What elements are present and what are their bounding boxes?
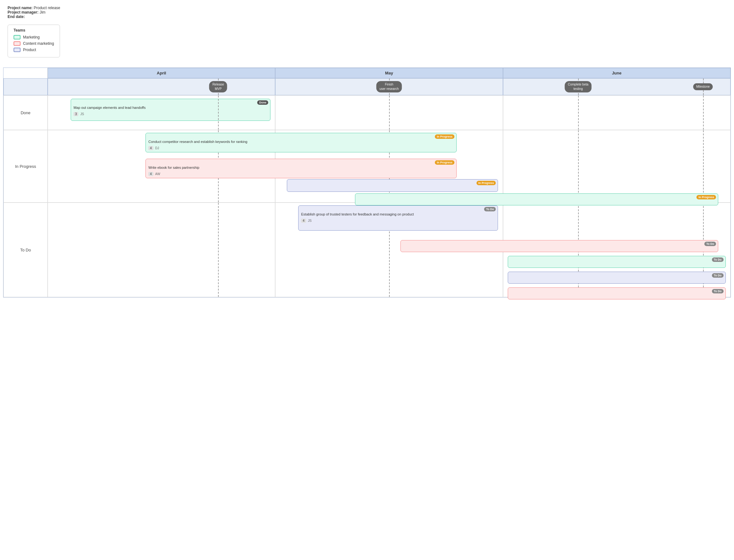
- task-num-2: 4: [148, 146, 153, 150]
- task-badge-3: In Progress: [435, 160, 454, 165]
- task-badge-6: To Do: [484, 207, 496, 211]
- task-title-3: Write ebook for sales partnership: [148, 165, 453, 170]
- milestone-cell-may: Finishuser research: [275, 78, 503, 95]
- ip-cell-june: [503, 130, 731, 203]
- row-todo: To Do To Do Establish group of trusted t…: [3, 203, 731, 297]
- task-num-3: 4: [148, 172, 153, 176]
- row-inprogress: In Progress In Progress Conduct competit…: [3, 130, 731, 203]
- dashed-pass-may-done: [389, 96, 390, 130]
- task-card-2[interactable]: In Progress Conduct competitor research …: [145, 133, 456, 152]
- task-card-7[interactable]: To Do: [400, 240, 718, 252]
- gantt-header-row: April May June: [3, 68, 731, 78]
- task-meta-6: 4 JS: [301, 219, 495, 223]
- legend-swatch-product: [14, 48, 21, 52]
- task-badge-8: To Do: [712, 257, 724, 262]
- task-title-2: Conduct competitor research and establis…: [148, 139, 453, 144]
- task-meta-1: 3 JS: [74, 112, 268, 116]
- legend-label-marketing: Marketing: [23, 35, 40, 39]
- task-avatar-1: JS: [80, 112, 84, 116]
- project-manager: Project manager: Jim: [8, 10, 726, 15]
- legend-label-product: Product: [23, 48, 36, 52]
- todo-cell-may: To Do Establish group of trusted testers…: [275, 203, 503, 297]
- dashed-pass-june2-done: [703, 96, 704, 130]
- month-header-april: April: [48, 68, 275, 78]
- row-label-inprogress: In Progress: [3, 130, 48, 203]
- task-badge-4: In Progress: [477, 181, 496, 185]
- done-cell-june: [503, 95, 731, 130]
- milestone-pill-release-mvp: ReleaseMVP: [209, 81, 227, 92]
- legend-item-product: Product: [14, 48, 54, 52]
- task-card-10[interactable]: To Do: [508, 287, 726, 299]
- task-num-6: 4: [301, 219, 306, 223]
- task-card-8[interactable]: To Do: [508, 256, 726, 268]
- dashed-pass-april-todo: [218, 203, 219, 297]
- project-enddate: End date:: [8, 15, 726, 19]
- project-info: Project name: Product release Project ma…: [0, 0, 734, 21]
- milestone-row: ReleaseMVP Finishuser research Complete …: [3, 78, 731, 95]
- milestone-pill-milestone: Milestone: [693, 83, 713, 90]
- legend-item-content-marketing: Content marketing: [14, 41, 54, 46]
- task-badge-9: To Do: [712, 273, 724, 278]
- task-badge-10: To Do: [712, 289, 724, 293]
- month-header-june: June: [503, 68, 731, 78]
- task-avatar-3: AW: [155, 172, 160, 176]
- row-label-todo: To Do: [3, 203, 48, 297]
- project-name: Project name: Product release: [8, 6, 726, 10]
- task-card-9[interactable]: To Do: [508, 272, 726, 284]
- gantt-chart: April May June ReleaseMVP Finishuser res…: [3, 68, 731, 298]
- task-title-6: Establish group of trusted testers for f…: [301, 212, 495, 217]
- dashed-pass-june1-ip: [578, 130, 579, 202]
- dashed-pass-june1-done: [578, 96, 579, 130]
- milestone-cell-june: Complete betatesting Milestone: [503, 78, 731, 95]
- row-label-done: Done: [3, 95, 48, 130]
- legend: Teams Marketing Content marketing Produc…: [8, 25, 60, 57]
- task-num-1: 3: [74, 112, 79, 116]
- legend-item-marketing: Marketing: [14, 35, 54, 39]
- task-badge-7: To Do: [704, 242, 716, 246]
- task-avatar-6: JS: [308, 219, 312, 222]
- ip-cell-april: In Progress Conduct competitor research …: [48, 130, 275, 203]
- task-avatar-2: DJ: [155, 146, 159, 150]
- todo-cell-april: [48, 203, 275, 297]
- task-badge-2: In Progress: [435, 134, 454, 139]
- done-cell-april: Done Map out campaign elements and lead …: [48, 95, 275, 130]
- task-meta-2: 4 DJ: [148, 146, 453, 150]
- task-badge-1: Done: [257, 100, 268, 105]
- legend-title: Teams: [14, 28, 54, 32]
- task-card-1[interactable]: Done Map out campaign elements and lead …: [71, 99, 270, 121]
- task-card-6[interactable]: To Do Establish group of trusted testers…: [298, 205, 498, 231]
- task-badge-5: In Progress: [696, 195, 716, 199]
- corner-empty: [3, 68, 48, 78]
- milestone-cell-april: ReleaseMVP: [48, 78, 275, 95]
- legend-label-content-marketing: Content marketing: [23, 41, 54, 46]
- dashed-pass-june2-ip: [703, 130, 704, 202]
- milestone-corner: [3, 78, 48, 95]
- milestone-pill-complete-beta: Complete betatesting: [565, 81, 592, 92]
- month-header-may: May: [275, 68, 503, 78]
- task-card-4[interactable]: In Progress: [287, 179, 498, 192]
- task-card-5[interactable]: In Progress: [355, 193, 718, 205]
- done-cell-may: [275, 95, 503, 130]
- legend-swatch-marketing: [14, 35, 21, 39]
- legend-swatch-content-marketing: [14, 41, 21, 46]
- task-meta-3: 4 AW: [148, 172, 453, 176]
- task-title-1: Map out campaign elements and lead hando…: [74, 105, 268, 110]
- task-card-3[interactable]: In Progress Write ebook for sales partne…: [145, 159, 456, 178]
- milestone-pill-finish-user-research: Finishuser research: [376, 81, 402, 92]
- row-done: Done Done Map out campaign elements and …: [3, 95, 731, 130]
